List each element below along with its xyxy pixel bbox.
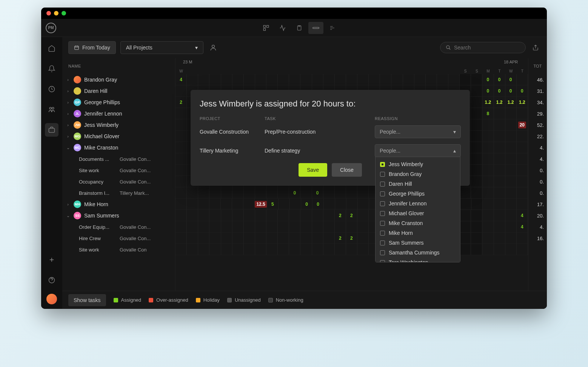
grid-cell[interactable]: 2 (346, 210, 357, 221)
grid-cell[interactable] (175, 108, 187, 119)
grid-cell[interactable] (324, 199, 335, 210)
grid-cell[interactable] (289, 210, 300, 221)
grid-cell[interactable] (505, 108, 517, 119)
grid-cell[interactable] (221, 244, 232, 255)
task-row[interactable]: Order Equip...Govalle Con... (62, 221, 175, 233)
close-button[interactable]: Close (332, 163, 362, 177)
minimize-dot[interactable] (54, 11, 58, 15)
grid-cell[interactable] (505, 119, 517, 131)
grid-cell[interactable]: 0 (482, 85, 494, 97)
grid-cell[interactable] (505, 199, 517, 210)
grid-cell[interactable] (505, 131, 517, 142)
grid-cell[interactable] (505, 176, 517, 187)
grid-cell[interactable] (471, 244, 482, 255)
grid-cell[interactable] (266, 74, 278, 85)
expand-chevron-icon[interactable]: › (65, 202, 71, 207)
grid-cell[interactable] (483, 199, 494, 210)
expand-chevron-icon[interactable]: › (65, 123, 71, 127)
grid-cell[interactable] (244, 233, 255, 244)
grid-cell[interactable] (289, 74, 300, 85)
grid-cell[interactable] (357, 233, 369, 244)
grid-cell[interactable] (209, 199, 221, 210)
grid-cell[interactable] (198, 221, 209, 233)
grid-cell[interactable] (175, 131, 187, 142)
grid-cell[interactable] (278, 187, 289, 199)
grid-cell[interactable] (221, 210, 232, 221)
dropdown-option[interactable]: Sam Summers (376, 238, 460, 248)
grid-cell[interactable] (255, 244, 266, 255)
grid-cell[interactable] (221, 233, 232, 244)
checkbox[interactable] (380, 211, 385, 216)
user-avatar[interactable] (46, 294, 57, 304)
dropdown-option[interactable]: Michael Glover (376, 208, 460, 218)
home-icon[interactable] (45, 42, 58, 55)
grid-cell[interactable] (460, 244, 471, 255)
grid-cell[interactable] (312, 244, 323, 255)
grid-cell[interactable] (482, 210, 494, 221)
grid-cell[interactable] (414, 74, 426, 85)
grid-cell[interactable] (266, 233, 278, 244)
grid-cell[interactable] (232, 244, 244, 255)
grid-cell[interactable] (266, 221, 278, 233)
checkbox[interactable] (380, 191, 385, 196)
grid-cell[interactable] (460, 187, 471, 199)
grid-cell[interactable] (198, 187, 209, 199)
grid-cell[interactable] (494, 176, 505, 187)
help-icon[interactable] (45, 273, 58, 287)
dropdown-option[interactable]: Samantha Cummings (376, 248, 460, 258)
expand-chevron-icon[interactable]: › (65, 111, 71, 116)
briefcase-icon[interactable] (45, 123, 58, 137)
grid-cell[interactable]: 1.2 (494, 97, 505, 108)
grid-cell[interactable] (517, 142, 528, 153)
grid-cell[interactable] (482, 153, 494, 165)
grid-cell[interactable] (335, 199, 346, 210)
grid-cell[interactable] (175, 85, 187, 97)
grid-cell[interactable]: 8 (482, 108, 494, 119)
grid-cell[interactable] (255, 74, 266, 85)
grid-cell[interactable] (221, 221, 232, 233)
grid-cell[interactable]: 2 (346, 233, 357, 244)
grid-cell[interactable] (175, 153, 187, 165)
grid-cell[interactable] (505, 233, 517, 244)
expand-chevron-icon[interactable]: › (65, 89, 71, 93)
grid-cell[interactable] (266, 187, 278, 199)
grid-cell[interactable] (358, 199, 369, 210)
logo-icon[interactable]: PM (46, 23, 56, 33)
person-row[interactable]: ›MHMike Horn (62, 199, 175, 210)
grid-cell[interactable] (198, 210, 209, 221)
team-icon[interactable] (45, 103, 58, 116)
clock-icon[interactable] (45, 82, 58, 96)
grid-cell[interactable] (232, 233, 244, 244)
grid-cell[interactable] (505, 187, 517, 199)
grid-cell[interactable] (244, 221, 255, 233)
grid-cell[interactable] (209, 187, 221, 199)
grid-cell[interactable] (426, 74, 437, 85)
person-row[interactable]: ›Brandon Gray (62, 74, 175, 85)
grid-cell[interactable]: 0 (289, 187, 300, 199)
grid-cell[interactable] (335, 244, 346, 255)
grid-cell[interactable] (494, 108, 505, 119)
grid-cell[interactable] (255, 187, 266, 199)
expand-chevron-icon[interactable]: › (65, 100, 71, 105)
grid-cell[interactable] (312, 74, 323, 85)
grid-cell[interactable] (391, 74, 403, 85)
grid-cell[interactable] (517, 131, 528, 142)
grid-cell[interactable] (494, 131, 505, 142)
grid-cell[interactable] (312, 221, 323, 233)
grid-cell[interactable] (323, 221, 335, 233)
expand-chevron-icon[interactable]: › (65, 77, 71, 82)
grid-cell[interactable] (482, 119, 494, 131)
grid-cell[interactable] (494, 165, 505, 176)
grid-cell[interactable] (175, 199, 187, 210)
grid-cell[interactable] (279, 199, 290, 210)
grid-cell[interactable] (471, 131, 482, 142)
grid-cell[interactable] (335, 221, 346, 233)
grid-cell[interactable]: 2 (335, 210, 346, 221)
grid-cell[interactable] (471, 221, 482, 233)
grid-cell[interactable] (209, 244, 221, 255)
grid-cell[interactable] (471, 74, 482, 85)
grid-cell[interactable] (517, 153, 528, 165)
grid-cell[interactable] (482, 165, 494, 176)
dropdown-option[interactable]: Jennifer Lennon (376, 199, 460, 208)
grid-cell[interactable] (187, 221, 198, 233)
